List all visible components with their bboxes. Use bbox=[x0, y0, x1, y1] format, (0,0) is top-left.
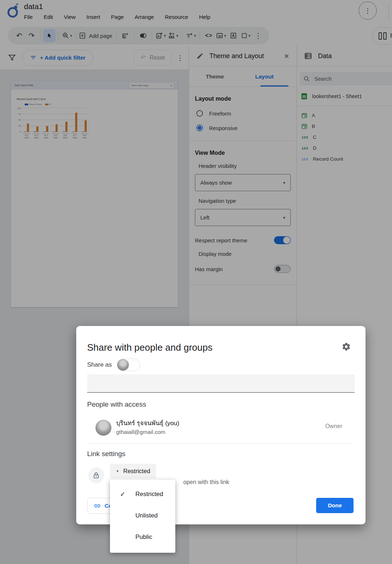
done-button[interactable]: Done bbox=[316, 498, 354, 513]
menu-option-public[interactable]: ✓ Public bbox=[110, 526, 175, 548]
person-name: บุรินทร์ รุจจนพันธุ์ (you) bbox=[116, 418, 179, 428]
menu-option-label: Public bbox=[135, 533, 152, 541]
people-with-access-heading: People with access bbox=[87, 400, 146, 408]
person-email: gthaiall@gmail.com bbox=[116, 429, 165, 435]
share-as-row: Share as bbox=[87, 359, 140, 371]
link-access-description: open with this link bbox=[183, 479, 229, 486]
check-icon: ✓ bbox=[110, 490, 135, 498]
person-role: Owner bbox=[325, 423, 342, 430]
link-access-icon-wrap bbox=[88, 467, 104, 483]
link-access-menu: ✓ Restricted ✓ Unlisted ✓ Public bbox=[110, 480, 175, 553]
menu-option-unlisted[interactable]: ✓ Unlisted bbox=[110, 505, 175, 526]
avatar bbox=[117, 359, 129, 371]
link-access-value: Restricted bbox=[123, 468, 150, 475]
share-as-selector[interactable] bbox=[117, 359, 140, 371]
share-as-label: Share as bbox=[87, 361, 112, 368]
gear-icon bbox=[342, 342, 351, 351]
add-people-input[interactable] bbox=[87, 374, 355, 393]
link-settings-heading: Link settings bbox=[87, 450, 126, 458]
chevron-down-icon: ▾ bbox=[117, 469, 119, 474]
share-dialog-title: Share with people and groups bbox=[87, 342, 212, 353]
looker-studio-app: data1 File Edit View Insert Page Arrange… bbox=[0, 0, 392, 564]
link-icon bbox=[94, 502, 101, 509]
divider bbox=[87, 443, 353, 444]
share-settings-button[interactable] bbox=[342, 342, 351, 351]
menu-option-restricted[interactable]: ✓ Restricted bbox=[110, 483, 175, 505]
avatar bbox=[95, 420, 111, 436]
menu-option-label: Unlisted bbox=[135, 512, 158, 519]
link-access-dropdown[interactable]: ▾ Restricted bbox=[110, 464, 156, 478]
lock-icon bbox=[93, 472, 100, 479]
menu-option-label: Restricted bbox=[135, 491, 163, 498]
